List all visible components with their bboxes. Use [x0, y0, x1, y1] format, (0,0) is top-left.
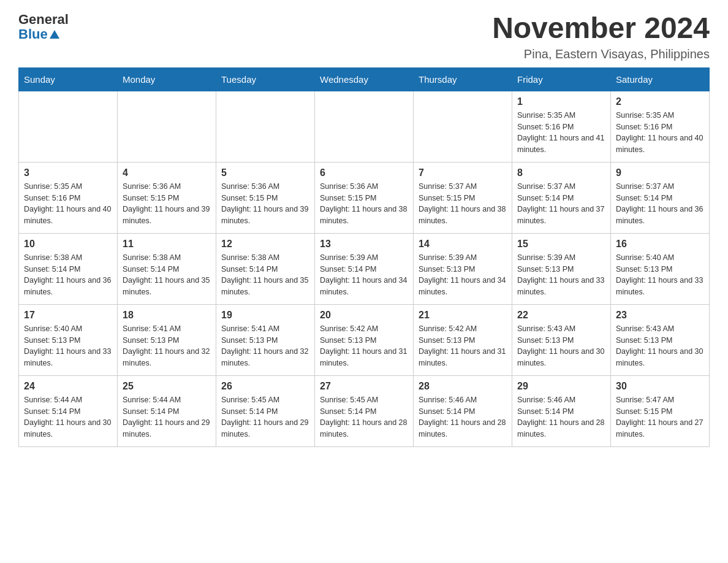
- calendar-cell: 25Sunrise: 5:44 AM Sunset: 5:14 PM Dayli…: [118, 375, 216, 446]
- day-number: 24: [24, 381, 112, 392]
- day-info: Sunrise: 5:42 AM Sunset: 5:13 PM Dayligh…: [320, 323, 408, 369]
- logo-blue: Blue: [18, 27, 69, 42]
- calendar-cell: 29Sunrise: 5:46 AM Sunset: 5:14 PM Dayli…: [512, 375, 611, 446]
- day-number: 13: [320, 239, 408, 250]
- calendar-cell: 16Sunrise: 5:40 AM Sunset: 5:13 PM Dayli…: [611, 233, 710, 304]
- calendar-cell: 3Sunrise: 5:35 AM Sunset: 5:16 PM Daylig…: [19, 162, 118, 233]
- calendar-cell: 8Sunrise: 5:37 AM Sunset: 5:14 PM Daylig…: [512, 162, 611, 233]
- calendar-header-friday: Friday: [512, 67, 611, 91]
- day-info: Sunrise: 5:36 AM Sunset: 5:15 PM Dayligh…: [320, 181, 408, 227]
- calendar-cell: 1Sunrise: 5:35 AM Sunset: 5:16 PM Daylig…: [512, 91, 611, 162]
- calendar-week-5: 24Sunrise: 5:44 AM Sunset: 5:14 PM Dayli…: [19, 375, 710, 446]
- day-number: 1: [517, 96, 605, 107]
- day-number: 7: [419, 167, 507, 178]
- day-info: Sunrise: 5:41 AM Sunset: 5:13 PM Dayligh…: [221, 323, 309, 369]
- calendar-cell: 11Sunrise: 5:38 AM Sunset: 5:14 PM Dayli…: [118, 233, 216, 304]
- calendar-cell: [19, 91, 118, 162]
- day-number: 28: [419, 381, 507, 392]
- day-info: Sunrise: 5:39 AM Sunset: 5:13 PM Dayligh…: [517, 252, 605, 298]
- day-info: Sunrise: 5:40 AM Sunset: 5:13 PM Dayligh…: [24, 323, 112, 369]
- day-info: Sunrise: 5:46 AM Sunset: 5:14 PM Dayligh…: [517, 394, 605, 440]
- day-number: 5: [221, 167, 309, 178]
- day-info: Sunrise: 5:43 AM Sunset: 5:13 PM Dayligh…: [517, 323, 605, 369]
- day-info: Sunrise: 5:36 AM Sunset: 5:15 PM Dayligh…: [221, 181, 309, 227]
- day-number: 27: [320, 381, 408, 392]
- title-area: November 2024 Pina, Eastern Visayas, Phi…: [492, 12, 710, 61]
- day-info: Sunrise: 5:38 AM Sunset: 5:14 PM Dayligh…: [24, 252, 112, 298]
- day-info: Sunrise: 5:39 AM Sunset: 5:13 PM Dayligh…: [419, 252, 507, 298]
- calendar-cell: 17Sunrise: 5:40 AM Sunset: 5:13 PM Dayli…: [19, 304, 118, 375]
- calendar-cell: 26Sunrise: 5:45 AM Sunset: 5:14 PM Dayli…: [216, 375, 315, 446]
- day-number: 23: [616, 310, 704, 321]
- day-number: 9: [616, 167, 704, 178]
- day-number: 30: [616, 381, 704, 392]
- calendar-cell: [216, 91, 315, 162]
- day-number: 8: [517, 167, 605, 178]
- day-info: Sunrise: 5:47 AM Sunset: 5:15 PM Dayligh…: [616, 394, 704, 440]
- calendar-week-3: 10Sunrise: 5:38 AM Sunset: 5:14 PM Dayli…: [19, 233, 710, 304]
- calendar-header-tuesday: Tuesday: [216, 67, 315, 91]
- calendar-cell: 7Sunrise: 5:37 AM Sunset: 5:15 PM Daylig…: [414, 162, 512, 233]
- day-info: Sunrise: 5:35 AM Sunset: 5:16 PM Dayligh…: [24, 181, 112, 227]
- calendar-week-2: 3Sunrise: 5:35 AM Sunset: 5:16 PM Daylig…: [19, 162, 710, 233]
- day-number: 18: [123, 310, 211, 321]
- day-info: Sunrise: 5:45 AM Sunset: 5:14 PM Dayligh…: [221, 394, 309, 440]
- day-info: Sunrise: 5:35 AM Sunset: 5:16 PM Dayligh…: [517, 110, 605, 156]
- day-info: Sunrise: 5:40 AM Sunset: 5:13 PM Dayligh…: [616, 252, 704, 298]
- day-info: Sunrise: 5:42 AM Sunset: 5:13 PM Dayligh…: [419, 323, 507, 369]
- calendar-header-row: SundayMondayTuesdayWednesdayThursdayFrid…: [19, 67, 710, 91]
- day-number: 14: [419, 239, 507, 250]
- calendar-cell: 28Sunrise: 5:46 AM Sunset: 5:14 PM Dayli…: [414, 375, 512, 446]
- calendar-header-saturday: Saturday: [611, 67, 710, 91]
- day-info: Sunrise: 5:41 AM Sunset: 5:13 PM Dayligh…: [123, 323, 211, 369]
- calendar-cell: 19Sunrise: 5:41 AM Sunset: 5:13 PM Dayli…: [216, 304, 315, 375]
- day-number: 4: [123, 167, 211, 178]
- calendar-cell: 24Sunrise: 5:44 AM Sunset: 5:14 PM Dayli…: [19, 375, 118, 446]
- day-number: 21: [419, 310, 507, 321]
- day-info: Sunrise: 5:35 AM Sunset: 5:16 PM Dayligh…: [616, 110, 704, 156]
- calendar-cell: 14Sunrise: 5:39 AM Sunset: 5:13 PM Dayli…: [414, 233, 512, 304]
- calendar-cell: 2Sunrise: 5:35 AM Sunset: 5:16 PM Daylig…: [611, 91, 710, 162]
- logo-general: General: [18, 12, 69, 27]
- day-number: 11: [123, 239, 211, 250]
- day-number: 12: [221, 239, 309, 250]
- day-number: 19: [221, 310, 309, 321]
- day-number: 20: [320, 310, 408, 321]
- calendar-cell: 4Sunrise: 5:36 AM Sunset: 5:15 PM Daylig…: [118, 162, 216, 233]
- day-number: 26: [221, 381, 309, 392]
- day-number: 25: [123, 381, 211, 392]
- calendar-header-wednesday: Wednesday: [315, 67, 414, 91]
- location-text: Pina, Eastern Visayas, Philippines: [492, 47, 710, 61]
- calendar-header-monday: Monday: [118, 67, 216, 91]
- day-info: Sunrise: 5:37 AM Sunset: 5:14 PM Dayligh…: [616, 181, 704, 227]
- day-info: Sunrise: 5:46 AM Sunset: 5:14 PM Dayligh…: [419, 394, 507, 440]
- calendar-cell: 10Sunrise: 5:38 AM Sunset: 5:14 PM Dayli…: [19, 233, 118, 304]
- calendar-cell: 30Sunrise: 5:47 AM Sunset: 5:15 PM Dayli…: [611, 375, 710, 446]
- calendar-cell: 22Sunrise: 5:43 AM Sunset: 5:13 PM Dayli…: [512, 304, 611, 375]
- day-info: Sunrise: 5:39 AM Sunset: 5:14 PM Dayligh…: [320, 252, 408, 298]
- calendar-table: SundayMondayTuesdayWednesdayThursdayFrid…: [18, 67, 710, 447]
- calendar-header-sunday: Sunday: [19, 67, 118, 91]
- day-number: 17: [24, 310, 112, 321]
- calendar-cell: [315, 91, 414, 162]
- calendar-cell: 21Sunrise: 5:42 AM Sunset: 5:13 PM Dayli…: [414, 304, 512, 375]
- calendar-cell: [118, 91, 216, 162]
- day-info: Sunrise: 5:44 AM Sunset: 5:14 PM Dayligh…: [123, 394, 211, 440]
- day-number: 29: [517, 381, 605, 392]
- day-number: 22: [517, 310, 605, 321]
- day-info: Sunrise: 5:38 AM Sunset: 5:14 PM Dayligh…: [123, 252, 211, 298]
- logo: General Blue: [18, 12, 69, 42]
- day-info: Sunrise: 5:36 AM Sunset: 5:15 PM Dayligh…: [123, 181, 211, 227]
- day-number: 2: [616, 96, 704, 107]
- calendar-cell: 13Sunrise: 5:39 AM Sunset: 5:14 PM Dayli…: [315, 233, 414, 304]
- day-info: Sunrise: 5:37 AM Sunset: 5:15 PM Dayligh…: [419, 181, 507, 227]
- day-info: Sunrise: 5:43 AM Sunset: 5:13 PM Dayligh…: [616, 323, 704, 369]
- day-info: Sunrise: 5:44 AM Sunset: 5:14 PM Dayligh…: [24, 394, 112, 440]
- calendar-cell: 5Sunrise: 5:36 AM Sunset: 5:15 PM Daylig…: [216, 162, 315, 233]
- day-number: 15: [517, 239, 605, 250]
- day-info: Sunrise: 5:45 AM Sunset: 5:14 PM Dayligh…: [320, 394, 408, 440]
- calendar-cell: 20Sunrise: 5:42 AM Sunset: 5:13 PM Dayli…: [315, 304, 414, 375]
- calendar-cell: 18Sunrise: 5:41 AM Sunset: 5:13 PM Dayli…: [118, 304, 216, 375]
- page-header: General Blue November 2024 Pina, Eastern…: [18, 12, 710, 61]
- calendar-cell: 27Sunrise: 5:45 AM Sunset: 5:14 PM Dayli…: [315, 375, 414, 446]
